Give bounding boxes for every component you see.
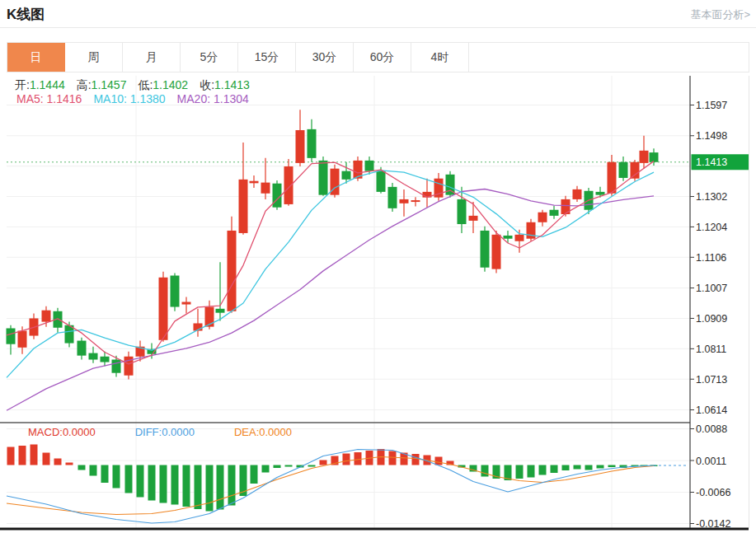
candle-body	[377, 171, 386, 192]
macd-bar	[274, 465, 281, 469]
macd-bar	[539, 465, 547, 475]
current-price-label: 1.1413	[696, 157, 727, 168]
candle-body	[596, 192, 605, 195]
price-tick-label: 1.1007	[696, 283, 727, 294]
candle-body	[400, 199, 409, 203]
candle-body	[319, 161, 328, 195]
macd-bar	[90, 465, 97, 476]
macd-bar	[585, 465, 593, 470]
candle-body	[458, 199, 467, 224]
macd-bar	[113, 465, 120, 489]
price-tick-label: 1.0909	[696, 313, 727, 325]
ohlc-high: 高:1.1457	[77, 78, 127, 93]
price-tick-label: 1.1106	[696, 252, 726, 264]
candle-body	[388, 187, 397, 208]
macd-bar	[320, 461, 327, 465]
candle-body	[481, 231, 490, 268]
macd-value: MACD:0.0000	[28, 426, 96, 438]
macd-bar	[262, 465, 270, 473]
tab-day[interactable]: 日	[7, 43, 65, 72]
macd-bar	[228, 465, 236, 506]
candle-body	[650, 152, 659, 162]
candle-body	[205, 307, 214, 327]
macd-bar	[551, 465, 558, 474]
header-divider	[0, 27, 756, 28]
candle-body	[631, 162, 640, 179]
macd-bar	[608, 465, 616, 468]
candle-body	[18, 331, 27, 348]
macd-bar	[481, 465, 489, 477]
macd-bar	[251, 465, 258, 484]
candle-body	[77, 341, 87, 356]
candle-body	[101, 357, 110, 362]
candle-body	[365, 161, 374, 171]
macd-bar	[355, 452, 362, 465]
macd-bar	[183, 465, 190, 507]
diff-value: DIFF:0.0000	[135, 426, 195, 438]
ma10-line	[7, 171, 654, 377]
candle-body	[342, 171, 351, 180]
candle-body	[640, 151, 649, 163]
tab-week[interactable]: 周	[65, 43, 123, 72]
macd-tick-label: 0.0011	[696, 456, 726, 467]
price-tick-label: 1.1597	[696, 100, 727, 111]
candle-body	[7, 329, 16, 344]
ohlc-open: 开:1.1444	[15, 78, 65, 93]
candle-body	[619, 162, 628, 178]
tab-month[interactable]: 月	[123, 43, 181, 72]
candle-body	[411, 200, 420, 202]
candle-body	[308, 129, 317, 158]
ma10-value: MA10: 1.1380	[93, 92, 165, 105]
price-tick-label: 1.1302	[696, 191, 727, 203]
macd-tick-label: 0.0088	[696, 423, 727, 435]
tab-15min[interactable]: 15分	[238, 43, 296, 72]
macd-tick-label: -0.0066	[696, 487, 730, 498]
ohlc-close: 收:1.1413	[200, 78, 250, 93]
candle-body	[573, 189, 582, 199]
tab-4hour[interactable]: 4时	[411, 43, 469, 72]
macd-bar	[516, 465, 524, 479]
macd-bar	[125, 465, 133, 493]
tab-30min[interactable]: 30分	[296, 43, 354, 72]
macd-bar	[171, 465, 179, 505]
ma5-value: MA5: 1.1416	[16, 92, 82, 105]
candle-body	[112, 360, 121, 373]
tab-60min[interactable]: 60分	[354, 43, 411, 72]
candle-body	[228, 231, 237, 311]
macd-bar	[412, 454, 420, 465]
macd-bar	[54, 459, 62, 465]
macd-bar	[31, 445, 38, 465]
candle-body	[608, 162, 617, 194]
candle-body	[296, 130, 305, 163]
candle-body	[273, 184, 282, 208]
tab-5min[interactable]: 5分	[181, 43, 238, 72]
macd-bar	[195, 465, 202, 510]
macd-bar	[78, 465, 86, 470]
candle-body	[171, 276, 180, 307]
candle-body	[492, 235, 501, 269]
candle-body	[504, 236, 513, 239]
candle-body	[182, 302, 191, 305]
candle-body	[89, 353, 98, 360]
macd-bar	[562, 465, 570, 471]
candle-body	[284, 166, 293, 204]
macd-bar	[217, 465, 224, 510]
candle-body	[261, 183, 270, 194]
dea-value: DEA:0.0000	[234, 426, 292, 438]
macd-bar	[66, 463, 73, 465]
kline-chart[interactable]: 1.15971.14981.13021.12041.11061.10071.09…	[0, 72, 756, 533]
price-tick-label: 1.0614	[696, 404, 727, 416]
page-title: K线图	[7, 5, 45, 24]
ohlc-legend: 开:1.1444 高:1.1457 低:1.1402 收:1.1413	[15, 78, 250, 93]
macd-bar	[528, 465, 535, 478]
macd-bar	[160, 465, 167, 503]
macd-bar	[389, 451, 397, 465]
macd-bar	[148, 465, 156, 501]
candle-body	[515, 235, 524, 241]
price-tick-label: 1.1204	[696, 222, 727, 233]
ma20-value: MA20: 1.1304	[177, 92, 249, 105]
fundamental-analysis-link[interactable]: 基本面分析>	[690, 7, 750, 22]
candle-body	[469, 216, 478, 221]
price-tick-label: 1.0811	[696, 344, 726, 355]
macd-tick-label: -0.0142	[696, 518, 730, 530]
